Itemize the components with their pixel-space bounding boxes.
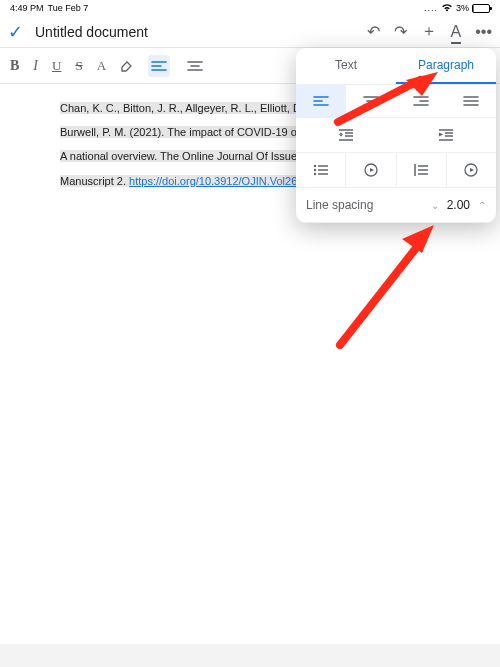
svg-point-31 xyxy=(313,173,315,175)
numbered-list-options-button[interactable] xyxy=(447,153,496,187)
svg-marker-23 xyxy=(339,135,343,137)
toolbar-align-left-button[interactable] xyxy=(148,55,170,77)
battery-icon xyxy=(472,4,490,13)
svg-marker-22 xyxy=(339,133,343,135)
align-center-button[interactable] xyxy=(346,85,396,117)
format-button[interactable]: A xyxy=(451,23,462,41)
redo-button[interactable]: ↷ xyxy=(394,22,407,41)
clock: 4:49 PM xyxy=(10,3,44,13)
underline-button[interactable]: U xyxy=(52,58,61,74)
align-right-button[interactable] xyxy=(396,85,446,117)
text-color-button[interactable]: A xyxy=(97,58,106,74)
svg-marker-47 xyxy=(470,168,474,172)
align-justify-button[interactable] xyxy=(446,85,496,117)
highlight-button[interactable] xyxy=(120,59,134,73)
bulleted-list-options-button[interactable] xyxy=(346,153,396,187)
strike-button[interactable]: S xyxy=(75,58,82,74)
status-bar: 4:49 PM Tue Feb 7 .... 3% xyxy=(0,0,500,16)
more-button[interactable]: ••• xyxy=(475,23,492,41)
line-spacing-increase[interactable]: ⌃ xyxy=(478,200,486,211)
indent-row xyxy=(296,118,496,153)
date: Tue Feb 7 xyxy=(44,3,424,13)
indent-button[interactable] xyxy=(396,118,496,152)
tab-paragraph[interactable]: Paragraph xyxy=(396,48,496,84)
line-spacing-label: Line spacing xyxy=(306,198,431,212)
svg-point-29 xyxy=(313,165,315,167)
document-title[interactable]: Untitled document xyxy=(35,24,355,40)
align-left-button[interactable] xyxy=(296,85,346,117)
battery-pct: 3% xyxy=(456,3,469,13)
tab-text[interactable]: Text xyxy=(296,48,396,84)
undo-button[interactable]: ↶ xyxy=(367,22,380,41)
bold-button[interactable]: B xyxy=(10,58,19,74)
numbered-list-button[interactable] xyxy=(397,153,447,187)
toolbar-align-center-button[interactable] xyxy=(184,55,206,77)
add-button[interactable]: ＋ xyxy=(421,21,437,42)
status-right: .... 3% xyxy=(424,3,490,14)
list-row xyxy=(296,153,496,188)
line-spacing-row: Line spacing ⌄ 2.00 ⌃ xyxy=(296,188,496,223)
alignment-row xyxy=(296,85,496,118)
italic-button[interactable]: I xyxy=(33,58,38,74)
line-spacing-value: 2.00 xyxy=(447,198,470,212)
outdent-button[interactable] xyxy=(296,118,396,152)
svg-marker-36 xyxy=(370,168,374,172)
line-spacing-decrease[interactable]: ⌄ xyxy=(431,200,439,211)
svg-point-30 xyxy=(313,169,315,171)
title-bar: ✓ Untitled document ↶ ↷ ＋ A ••• xyxy=(0,16,500,48)
text-line-4: Manuscript 2. xyxy=(60,175,129,187)
svg-marker-28 xyxy=(439,133,443,137)
bulleted-list-button[interactable] xyxy=(296,153,346,187)
format-popup: Text Paragraph xyxy=(296,48,496,223)
cellular-icon: .... xyxy=(424,3,438,13)
wifi-icon xyxy=(441,3,453,14)
done-check-icon[interactable]: ✓ xyxy=(8,21,23,43)
